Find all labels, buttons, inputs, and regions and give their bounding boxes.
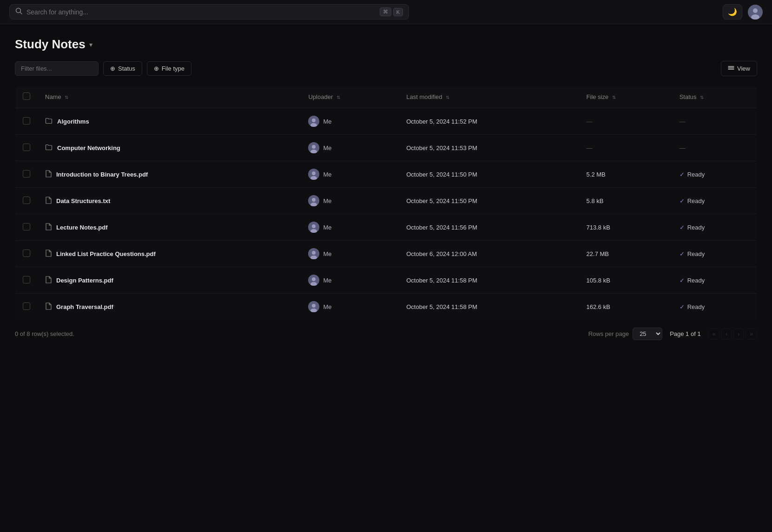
file-name-cell[interactable]: Data Structures.txt (45, 197, 293, 205)
col-uploader[interactable]: Uploader ⇅ (301, 86, 399, 108)
row-checkbox-4[interactable] (23, 197, 30, 204)
row-checkbox-5[interactable] (23, 223, 30, 230)
row-date-cell: October 5, 2024 11:50 PM (399, 161, 579, 188)
table-row: Computer Networking Me October 5, 2024 1… (15, 135, 757, 161)
file-name-text: Algorithms (57, 118, 89, 125)
uploader-cell: Me (308, 169, 391, 180)
row-checkbox-8[interactable] (23, 302, 30, 310)
table-row: Data Structures.txt Me October 5, 2024 1… (15, 188, 757, 214)
file-size-text: 105.8 kB (587, 277, 610, 284)
status-text: Ready (687, 197, 705, 204)
file-name-cell[interactable]: Graph Traversal.pdf (45, 302, 293, 311)
col-name-label: Name (45, 93, 61, 100)
row-uploader-cell: Me (301, 188, 399, 214)
select-all-header[interactable] (15, 86, 38, 108)
filter-files-input[interactable] (15, 61, 99, 76)
svg-point-9 (312, 118, 316, 122)
row-name-cell: Algorithms (38, 108, 301, 135)
status-ready: ✓ Ready (680, 250, 749, 257)
status-ready: ✓ Ready (680, 224, 749, 231)
filetype-filter-label: File type (162, 65, 185, 72)
file-name-cell[interactable]: Linked List Practice Questions.pdf (45, 250, 293, 258)
row-size-cell: 22.7 MB (579, 241, 672, 267)
file-size-text: 162.6 kB (587, 303, 610, 310)
col-name[interactable]: Name ⇅ (38, 86, 301, 108)
table-row: Design Patterns.pdf Me October 5, 2024 1… (15, 267, 757, 294)
file-name-cell[interactable]: Computer Networking (45, 144, 293, 152)
row-uploader-cell: Me (301, 108, 399, 135)
row-checkbox-cell (15, 188, 38, 214)
first-page-button[interactable]: « (708, 328, 720, 340)
view-button[interactable]: View (721, 61, 757, 76)
search-input[interactable] (26, 8, 376, 16)
next-page-button[interactable]: › (733, 328, 744, 340)
row-status-cell: ✓ Ready (672, 188, 757, 214)
last-page-button[interactable]: » (746, 328, 757, 340)
file-name-cell[interactable]: Introduction to Binary Trees.pdf (45, 170, 293, 179)
file-name-text: Graph Traversal.pdf (56, 303, 113, 310)
last-modified-text: October 5, 2024 11:58 PM (406, 277, 477, 284)
col-uploader-sort-icon: ⇅ (337, 95, 340, 100)
row-checkbox-3[interactable] (23, 170, 30, 177)
row-status-cell: ✓ Ready (672, 294, 757, 320)
file-icon (45, 302, 52, 311)
file-size-text: 5.8 kB (587, 197, 604, 204)
status-filter-button[interactable]: ⊕ Status (103, 61, 142, 76)
uploader-cell: Me (308, 195, 391, 206)
col-last-modified-label: Last modified (406, 93, 442, 100)
row-date-cell: October 6, 2024 12:00 AM (399, 241, 579, 267)
row-uploader-cell: Me (301, 241, 399, 267)
col-last-modified[interactable]: Last modified ⇅ (399, 86, 579, 108)
select-all-checkbox[interactable] (23, 92, 30, 100)
file-size-text: 22.7 MB (587, 250, 609, 257)
pagination-controls: Rows per page 10 25 50 100 Page 1 of 1 «… (588, 328, 757, 340)
user-avatar[interactable] (748, 5, 763, 20)
status-filter-icon: ⊕ (110, 65, 115, 72)
theme-icon: 🌙 (728, 7, 737, 16)
file-size-dash: — (587, 118, 593, 125)
svg-point-21 (312, 224, 316, 228)
row-date-cell: October 5, 2024 11:50 PM (399, 188, 579, 214)
file-name-text: Computer Networking (57, 144, 120, 151)
col-last-modified-sort-icon: ⇅ (446, 95, 449, 100)
file-name-cell[interactable]: Design Patterns.pdf (45, 276, 293, 285)
row-size-cell: 5.2 MB (579, 161, 672, 188)
filetype-filter-button[interactable]: ⊕ File type (147, 61, 191, 76)
files-table: Name ⇅ Uploader ⇅ Last modified ⇅ File s… (15, 85, 757, 320)
prev-page-button[interactable]: ‹ (721, 328, 732, 340)
file-name-cell[interactable]: Algorithms (45, 117, 293, 126)
search-area[interactable]: ⌘ K (9, 4, 409, 20)
file-name-text: Data Structures.txt (56, 197, 110, 204)
row-checkbox-2[interactable] (23, 144, 30, 151)
row-checkbox-6[interactable] (23, 250, 30, 257)
row-date-cell: October 5, 2024 11:58 PM (399, 267, 579, 294)
rows-per-page-select[interactable]: 10 25 50 100 (633, 328, 662, 340)
uploader-cell: Me (308, 275, 391, 286)
row-status-cell: ✓ Ready (672, 267, 757, 294)
row-uploader-cell: Me (301, 214, 399, 241)
col-file-size[interactable]: File size ⇅ (579, 86, 672, 108)
last-modified-text: October 5, 2024 11:52 PM (406, 118, 477, 125)
row-uploader-cell: Me (301, 294, 399, 320)
file-size-dash: — (587, 144, 593, 151)
selected-count: 0 of 8 row(s) selected. (15, 330, 74, 337)
row-status-cell: — (672, 135, 757, 161)
last-modified-text: October 5, 2024 11:50 PM (406, 197, 477, 204)
row-size-cell: 105.8 kB (579, 267, 672, 294)
col-status[interactable]: Status ⇅ (672, 86, 757, 108)
row-checkbox-7[interactable] (23, 276, 30, 283)
row-size-cell: 162.6 kB (579, 294, 672, 320)
title-dropdown-arrow[interactable]: ▾ (89, 41, 92, 48)
uploader-cell: Me (308, 142, 391, 153)
row-checkbox-1[interactable] (23, 117, 30, 125)
status-dash: — (680, 144, 686, 151)
table-row: Introduction to Binary Trees.pdf Me Octo… (15, 161, 757, 188)
status-text: Ready (687, 171, 705, 178)
theme-toggle-button[interactable]: 🌙 (723, 4, 742, 20)
svg-point-30 (312, 304, 316, 308)
file-name-cell[interactable]: Lecture Notes.pdf (45, 223, 293, 232)
row-date-cell: October 5, 2024 11:58 PM (399, 294, 579, 320)
kbd-cmd: ⌘ (380, 7, 391, 16)
check-icon: ✓ (680, 197, 685, 204)
status-text: Ready (687, 224, 705, 231)
